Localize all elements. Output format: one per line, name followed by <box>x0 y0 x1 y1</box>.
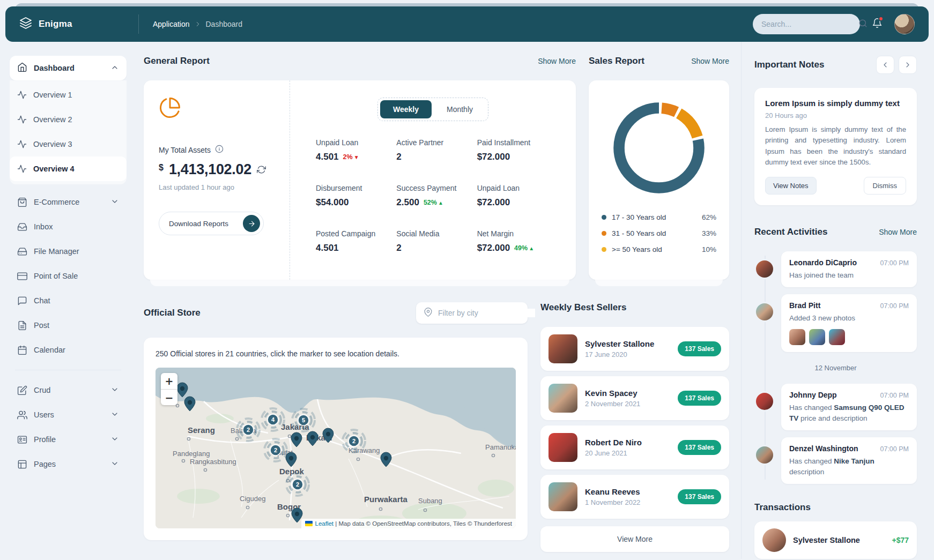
sidebar-item-e-commerce[interactable]: E-Commerce <box>10 190 127 214</box>
donut-legend: 17 - 30 Years old62%31 - 50 Years old33%… <box>602 213 716 253</box>
sales-report-title: Sales Report <box>589 56 644 66</box>
activity-item: Leonardo DiCaprio07:00 PMHas joined the … <box>781 251 917 288</box>
breadcrumb-application[interactable]: Application <box>153 20 190 28</box>
notes-next-button[interactable] <box>899 56 917 74</box>
toggle-weekly[interactable]: Weekly <box>380 100 432 118</box>
breadcrumb-dashboard[interactable]: Dashboard <box>206 20 243 28</box>
general-report-show-more[interactable]: Show More <box>538 57 576 65</box>
activity-name: Brad Pitt <box>789 301 820 310</box>
sidebar-item-label: Profile <box>34 435 56 444</box>
activity-card[interactable]: Brad Pitt07:00 PMAdded 3 new photos <box>781 294 917 352</box>
dismiss-button[interactable]: Dismiss <box>864 177 907 195</box>
chevron-right-icon <box>194 20 202 28</box>
sidebar-item-label: Users <box>34 410 54 419</box>
info-icon[interactable] <box>215 145 224 155</box>
photo-thumbnail[interactable] <box>809 329 825 345</box>
stat-label: Social Media <box>396 229 477 238</box>
best-seller-card[interactable]: Kevin Spacey2 November 2021137 Sales <box>540 376 729 420</box>
message-square-icon <box>17 296 27 306</box>
zoom-out-button[interactable]: − <box>161 389 177 405</box>
stat-delta[interactable]: 2% ▼ <box>343 153 359 161</box>
sidebar-item-inbox[interactable]: Inbox <box>10 214 127 239</box>
activity-avatar[interactable] <box>754 259 775 279</box>
search-icon[interactable] <box>858 19 868 30</box>
photo-thumbnail[interactable] <box>789 329 805 345</box>
home-icon <box>17 62 27 72</box>
refresh-icon[interactable] <box>257 161 266 176</box>
stat-delta[interactable]: 52% ▲ <box>424 199 443 206</box>
stat-unpaid-loan: Unpaid Loan$72.000 <box>477 184 558 208</box>
download-reports-button[interactable]: Download Reports <box>159 212 264 235</box>
sidebar-item-post[interactable]: Post <box>10 313 127 338</box>
sidebar-item-overview-2[interactable]: Overview 2 <box>10 107 127 132</box>
activity-card[interactable]: Leonardo DiCaprio07:00 PMHas joined the … <box>781 251 917 288</box>
sidebar-item-users[interactable]: Users <box>10 402 127 427</box>
svg-text:2: 2 <box>274 447 277 453</box>
general-report-title: General Report <box>144 56 210 66</box>
best-seller-card[interactable]: Keanu Reeves1 November 2022137 Sales <box>540 475 729 519</box>
legend-value: 62% <box>702 213 716 221</box>
sales-report-card: 17 - 30 Years old62%31 - 50 Years old33%… <box>589 80 729 280</box>
transactions-title: Transactions <box>754 502 811 513</box>
id-card-icon <box>17 435 27 445</box>
best-seller-card[interactable]: Robert De Niro20 June 2021137 Sales <box>540 425 729 469</box>
info-icon <box>215 145 224 153</box>
activity-text: Has changed Samsung Q90 QLED TV price an… <box>789 402 909 423</box>
leaflet-link[interactable]: Leaflet <box>315 520 334 527</box>
period-toggle: WeeklyMonthly <box>377 98 488 121</box>
view-notes-button[interactable]: View Notes <box>765 177 817 195</box>
stat-label: Posted Campaign <box>316 229 396 238</box>
legend-dot <box>602 215 606 220</box>
map-city-label: Purwakarta <box>364 495 408 504</box>
activity-avatar[interactable] <box>754 391 775 412</box>
zoom-in-button[interactable]: + <box>161 373 177 389</box>
activity-avatar[interactable] <box>754 302 775 322</box>
activity-text: Added 3 new photos <box>789 313 909 324</box>
stat-delta[interactable]: 49% ▲ <box>514 244 534 252</box>
sidebar-item-file-manager[interactable]: File Manager <box>10 239 127 264</box>
sidebar-item-chat[interactable]: Chat <box>10 288 127 313</box>
activity-card[interactable]: Denzel Washington07:00 PMHas changed Nik… <box>781 437 917 484</box>
hard-drive-icon <box>17 247 27 257</box>
sidebar-item-overview-1[interactable]: Overview 1 <box>10 83 127 107</box>
sidebar-item-profile[interactable]: Profile <box>10 427 127 452</box>
filter-by-city-input[interactable] <box>438 309 535 317</box>
user-avatar[interactable] <box>894 14 915 34</box>
sidebar-item-label: Point of Sale <box>34 272 78 280</box>
transaction-card[interactable]: Sylvester Stallone+$77 <box>754 521 917 559</box>
search-input[interactable] <box>761 20 858 28</box>
chevron-down-icon <box>110 435 119 443</box>
sidebar-item-crud[interactable]: Crud <box>10 378 127 402</box>
activity-avatar[interactable] <box>754 445 775 465</box>
sidebar-item-dashboard[interactable]: Dashboard <box>10 56 127 80</box>
sales-badge: 137 Sales <box>678 341 721 356</box>
seller-info: Sylvester Stallone17 June 2020 <box>585 339 654 359</box>
view-more-button[interactable]: View More <box>540 526 729 552</box>
sidebar-item-overview-3[interactable]: Overview 3 <box>10 132 127 156</box>
sidebar-item-label: File Manager <box>34 247 79 256</box>
sidebar-item-pages[interactable]: Pages <box>10 452 127 476</box>
shopping-bag-icon <box>17 197 27 207</box>
sidebar-item-label: Overview 4 <box>33 165 75 173</box>
activity-card[interactable]: Johnny Depp07:00 PMHas changed Samsung Q… <box>781 384 917 430</box>
stat-label: Unpaid Loan <box>316 138 396 147</box>
notes-prev-button[interactable] <box>876 56 894 74</box>
transactions-list: Sylvester Stallone+$77 <box>754 521 917 559</box>
sidebar-item-calendar[interactable]: Calendar <box>10 338 127 362</box>
best-seller-card[interactable]: Sylvester Stallone17 June 2020137 Sales <box>540 327 729 371</box>
sidebar-item-overview-4[interactable]: Overview 4 <box>10 156 127 181</box>
stat-label: Active Partner <box>396 138 477 147</box>
photo-thumbnail[interactable] <box>829 329 845 345</box>
store-map[interactable]: SerangBalarajaPandeglangRangkasbitungJak… <box>155 368 516 528</box>
activities-show-more[interactable]: Show More <box>879 228 917 236</box>
legend-label: 31 - 50 Years old <box>612 229 696 237</box>
stat-value: 2.500 <box>396 197 419 208</box>
edit-icon <box>17 385 27 395</box>
notifications-button[interactable] <box>872 18 883 31</box>
svg-text:2: 2 <box>247 427 250 433</box>
sidebar-item-point-of-sale[interactable]: Point of Sale <box>10 264 127 288</box>
toggle-monthly[interactable]: Monthly <box>434 100 486 118</box>
map-zoom-control: + − <box>161 373 177 405</box>
brand[interactable]: Enigma <box>19 17 138 32</box>
sales-report-show-more[interactable]: Show More <box>691 57 729 65</box>
